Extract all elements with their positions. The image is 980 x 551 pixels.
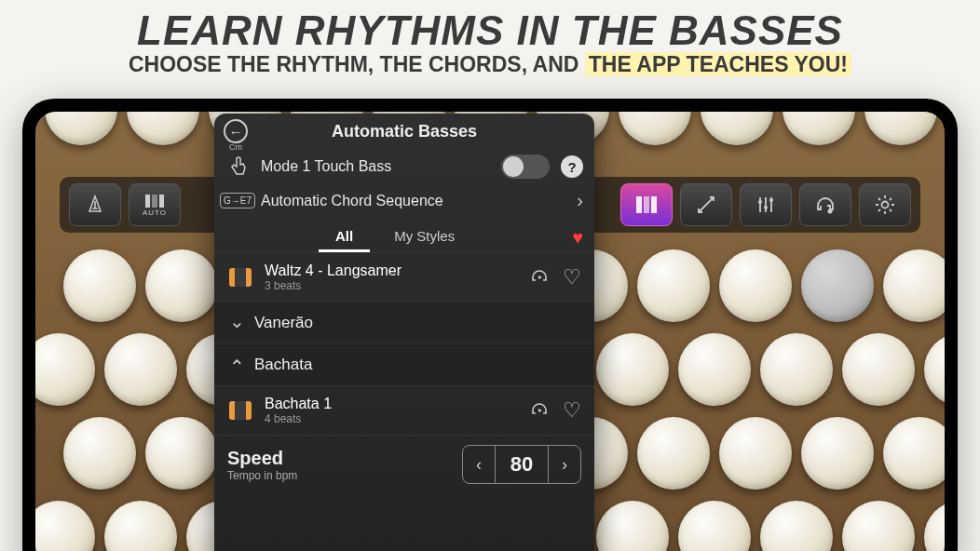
style-name: Waltz 4 - Langsamer <box>265 262 518 279</box>
bass-button[interactable] <box>801 249 874 322</box>
style-name: Bachata 1 <box>265 396 518 412</box>
chord-sequence-row[interactable]: G→E7 Automatic Chord Sequence › <box>214 184 594 217</box>
touch-bass-toggle[interactable] <box>501 155 550 179</box>
bass-button[interactable] <box>678 501 751 551</box>
bass-button[interactable] <box>801 417 874 490</box>
style-meta: 3 beats <box>265 279 518 292</box>
bass-button[interactable] <box>619 112 691 145</box>
chevron-right-icon: › <box>577 190 583 211</box>
promo-title: LEARN RHYTHMS IN THE BASSES <box>0 0 980 54</box>
style-meta: 4 beats <box>265 412 518 425</box>
back-arrow-icon: ← <box>229 124 243 140</box>
speed-title: Speed <box>227 448 297 469</box>
bass-button[interactable] <box>35 333 95 406</box>
bass-button[interactable] <box>104 501 177 551</box>
sliders-icon <box>755 195 776 215</box>
device-frame: AUTO ← Cm Automatic Basses Mode 1 Touch … <box>22 99 958 551</box>
favorites-filter-icon[interactable]: ♥ <box>572 227 583 249</box>
gear-icon <box>874 194 896 216</box>
bass-button[interactable] <box>596 501 669 551</box>
preview-play-icon[interactable] <box>529 267 550 288</box>
bass-button[interactable] <box>637 417 710 490</box>
speed-stepper: ‹ 80 › <box>462 445 581 484</box>
bass-button[interactable] <box>842 333 915 406</box>
svg-point-9 <box>828 209 833 214</box>
bass-button[interactable] <box>864 112 937 145</box>
promo-subtitle: CHOOSE THE RHYTHM, THE CHORDS, AND THE A… <box>0 52 980 77</box>
bass-button[interactable] <box>45 112 117 145</box>
touch-bass-label: Mode 1 Touch Bass <box>261 158 490 175</box>
preview-play-icon[interactable] <box>529 400 550 421</box>
auto-button[interactable]: AUTO <box>129 183 181 226</box>
support-button[interactable] <box>799 183 851 226</box>
resize-icon <box>696 195 716 215</box>
svg-point-7 <box>764 206 768 209</box>
svg-point-10 <box>882 202 889 208</box>
accordion-small-icon <box>229 268 252 287</box>
back-button[interactable]: ← Cm <box>224 119 248 152</box>
back-sublabel: Cm <box>224 142 248 152</box>
speed-row: Speed Tempo in bpm ‹ 80 › <box>214 435 594 493</box>
bass-button[interactable] <box>760 501 833 551</box>
bass-button[interactable] <box>35 501 95 551</box>
chord-seq-icon: G→E7 <box>220 193 255 208</box>
group-bachata[interactable]: ⌃ Bachata <box>214 343 594 385</box>
bass-button[interactable] <box>719 417 792 490</box>
bass-button[interactable] <box>883 417 945 490</box>
bass-button[interactable] <box>678 333 751 406</box>
style-tabs: All My Styles ♥ <box>225 222 583 252</box>
touch-icon <box>228 155 247 178</box>
tab-all[interactable]: All <box>319 222 370 252</box>
speed-subtitle: Tempo in bpm <box>227 469 297 482</box>
speed-value[interactable]: 80 <box>495 446 549 483</box>
resize-button[interactable] <box>680 183 732 226</box>
svg-rect-3 <box>636 196 642 213</box>
touch-bass-row: Mode 1 Touch Bass ? <box>214 149 594 184</box>
bass-button[interactable] <box>637 249 710 322</box>
automatic-basses-panel: ← Cm Automatic Basses Mode 1 Touch Bass … <box>214 114 594 551</box>
svg-rect-5 <box>651 196 657 213</box>
favorite-heart-icon[interactable]: ♡ <box>563 398 581 423</box>
bass-button[interactable] <box>842 501 915 551</box>
tab-my-styles[interactable]: My Styles <box>377 222 471 252</box>
chord-sequence-label: Automatic Chord Sequence <box>261 193 565 209</box>
chevron-up-icon: ⌃ <box>229 356 245 378</box>
accordion-icon <box>635 195 658 214</box>
accordion-view-button[interactable] <box>620 183 673 226</box>
accordion-small-icon <box>144 194 165 208</box>
mixer-button[interactable] <box>740 183 792 226</box>
speed-increase-button[interactable]: › <box>549 446 580 483</box>
bass-button[interactable] <box>145 417 218 490</box>
bass-button[interactable] <box>63 249 136 322</box>
svg-point-6 <box>758 200 762 204</box>
metronome-button[interactable] <box>69 183 121 226</box>
style-item-waltz[interactable]: Waltz 4 - Langsamer 3 beats ♡ <box>214 252 594 302</box>
help-button[interactable]: ? <box>561 155 583 178</box>
bass-button[interactable] <box>145 249 218 322</box>
group-vanerao[interactable]: ⌄ Vanerão <box>214 302 594 343</box>
bass-button[interactable] <box>701 112 773 145</box>
bass-button[interactable] <box>924 501 945 551</box>
style-item-bachata1[interactable]: Bachata 1 4 beats ♡ <box>214 385 594 435</box>
bass-button[interactable] <box>104 333 177 406</box>
speed-decrease-button[interactable]: ‹ <box>463 446 495 483</box>
panel-title: Automatic Basses <box>332 122 477 141</box>
svg-rect-4 <box>644 196 649 213</box>
bass-button[interactable] <box>63 417 136 490</box>
bass-button[interactable] <box>760 333 833 406</box>
settings-button[interactable] <box>859 183 911 226</box>
svg-rect-0 <box>145 195 150 208</box>
svg-rect-1 <box>152 195 157 208</box>
svg-rect-2 <box>159 195 164 208</box>
headset-icon <box>814 195 837 215</box>
bass-button[interactable] <box>883 249 945 322</box>
bass-button[interactable] <box>719 249 792 322</box>
bass-button[interactable] <box>783 112 855 145</box>
chevron-down-icon: ⌄ <box>229 310 245 332</box>
group-label: Vanerão <box>254 314 313 332</box>
promo-highlight: THE APP TEACHES YOU! <box>585 52 851 76</box>
favorite-heart-icon[interactable]: ♡ <box>563 265 581 289</box>
bass-button[interactable] <box>127 112 199 145</box>
bass-button[interactable] <box>596 333 669 406</box>
bass-button[interactable] <box>924 333 945 406</box>
